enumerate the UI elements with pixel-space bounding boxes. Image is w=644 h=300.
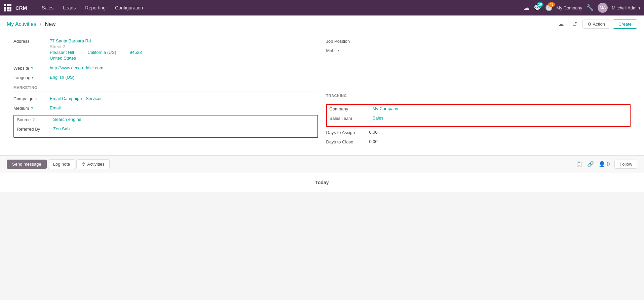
user-name: Mitchell Admin (612, 5, 640, 10)
referred-by-value[interactable]: Zen Sab (53, 126, 70, 131)
mobile-row: Mobile (326, 48, 631, 53)
address-street2[interactable]: Street 2... (50, 44, 142, 49)
address-city[interactable]: Pleasant Hill (50, 50, 74, 55)
today-label: Today (315, 180, 329, 185)
right-column: Job Position Mobile TRACKING Company My … (326, 38, 631, 148)
main-form: Address 77 Santa Barbara Rd Street 2... … (0, 33, 644, 192)
sales-team-label: Sales Team (330, 115, 370, 121)
address-value-block: 77 Santa Barbara Rd Street 2... Pleasant… (50, 38, 142, 61)
log-note-button[interactable]: Log note (48, 159, 75, 169)
followers-count: 0 (607, 161, 610, 167)
medium-field-row: Medium ? Email (13, 105, 318, 111)
website-value[interactable]: http://www.deco-addict.com (50, 65, 103, 70)
sales-team-field-row: Sales Team Sales (330, 115, 628, 121)
language-value[interactable]: English (US) (50, 75, 74, 80)
gear-icon: ⚙ (588, 22, 592, 27)
bottom-bar: Send message Log note ⏱ Activities 📋 🔗 👤… (0, 155, 644, 173)
address-zip[interactable]: 94523 (130, 50, 142, 55)
company-label: Company (330, 106, 370, 111)
address-inline: Pleasant Hill California (US) 94523 (50, 50, 142, 56)
link-icon[interactable]: 🔗 (587, 161, 594, 167)
nav-right-section: ☁ 💬 19 🕐 46 My Company 🔧 MA Mitchell Adm… (524, 3, 640, 13)
breadcrumb-current: New (45, 21, 55, 27)
chat-icon[interactable]: 💬 19 (534, 4, 541, 11)
settings-icon[interactable]: 🔧 (586, 4, 594, 11)
clock-badge: 46 (548, 2, 555, 7)
bottom-icons: 📋 🔗 👤 0 Follow (576, 160, 637, 169)
breadcrumb: My Activities / New (7, 21, 55, 27)
campaign-help[interactable]: ? (35, 97, 37, 101)
form-section: Address 77 Santa Barbara Rd Street 2... … (0, 33, 644, 155)
nav-reporting[interactable]: Reporting (81, 4, 110, 12)
address-label: Address (13, 38, 47, 44)
referred-by-label: Referred By (17, 126, 50, 132)
grid-icon (4, 4, 11, 11)
tracking-header: TRACKING (326, 94, 631, 100)
website-label: Website ? (13, 65, 47, 71)
follow-button[interactable]: Follow (614, 160, 637, 169)
breadcrumb-root[interactable]: My Activities (7, 21, 36, 27)
days-close-row: Days to Close 0.00 (326, 139, 631, 144)
website-help[interactable]: ? (31, 66, 33, 70)
company-name: My Company (557, 5, 582, 10)
days-assign-row: Days to Assign 0.00 (326, 130, 631, 135)
activities-button[interactable]: ⏱ Activities (76, 159, 109, 169)
job-position-label: Job Position (326, 38, 360, 44)
nav-sales[interactable]: Sales (38, 4, 58, 12)
medium-help[interactable]: ? (31, 106, 33, 110)
mobile-label: Mobile (326, 48, 360, 53)
company-field-row: Company My Company (330, 106, 628, 111)
today-section: Today (0, 173, 644, 192)
address-line1[interactable]: 77 Santa Barbara Rd (50, 38, 142, 43)
followers-icon: 👤 0 (599, 161, 610, 167)
app-logo[interactable]: CRM (4, 4, 32, 11)
cloud-save-icon[interactable]: ☁ (555, 19, 567, 29)
address-state[interactable]: California (US) (87, 50, 116, 55)
paperclip-icon[interactable]: 📋 (576, 161, 582, 167)
form-two-col: Address 77 Santa Barbara Rd Street 2... … (13, 38, 631, 148)
marketing-header: MARKETING (13, 86, 318, 92)
days-assign-label: Days to Assign (326, 130, 367, 135)
campaign-label: Campaign ? (13, 96, 47, 101)
medium-label: Medium ? (13, 105, 47, 111)
refresh-icon[interactable]: ↺ (569, 19, 580, 29)
action-button[interactable]: ⚙ Action (582, 20, 610, 29)
job-position-row: Job Position (326, 38, 631, 44)
source-referred-highlight: Source ? Search engine Referred By Zen S… (13, 115, 318, 138)
action-label: Action (593, 22, 605, 27)
company-salesteam-highlight: Company My Company Sales Team Sales (326, 104, 631, 127)
breadcrumb-separator: / (40, 21, 41, 27)
referred-by-field-row: Referred By Zen Sab (17, 126, 315, 132)
avatar[interactable]: MA (598, 3, 608, 13)
days-close-value: 0.00 (369, 139, 378, 144)
nav-configuration[interactable]: Configuration (111, 4, 147, 12)
days-close-label: Days to Close (326, 139, 367, 144)
clock-icon[interactable]: 🕐 46 (545, 4, 553, 11)
source-value[interactable]: Search engine (53, 117, 81, 122)
source-field-row: Source ? Search engine (17, 117, 315, 122)
source-label: Source ? (17, 117, 50, 122)
medium-value[interactable]: Email (50, 105, 61, 110)
source-help[interactable]: ? (33, 118, 35, 122)
sales-team-value[interactable]: Sales (373, 115, 384, 121)
cloud-icon[interactable]: ☁ (524, 4, 530, 11)
clock-small-icon: ⏱ (81, 162, 86, 167)
toolbar: My Activities / New ☁ ↺ ⚙ Action Create (0, 15, 644, 33)
left-column: Address 77 Santa Barbara Rd Street 2... … (13, 38, 318, 148)
company-value[interactable]: My Company (373, 106, 399, 111)
chat-badge: 19 (537, 2, 543, 7)
campaign-field-row: Campaign ? Email Campaign - Services (13, 96, 318, 101)
send-message-button[interactable]: Send message (7, 160, 47, 169)
language-label: Language (13, 75, 47, 80)
days-assign-value: 0.00 (369, 130, 378, 135)
language-field-row: Language English (US) (13, 75, 318, 80)
campaign-value[interactable]: Email Campaign - Services (50, 96, 103, 101)
website-field-row: Website ? http://www.deco-addict.com (13, 65, 318, 71)
create-button[interactable]: Create (613, 20, 637, 29)
address-country[interactable]: United States (50, 56, 142, 61)
top-navigation: CRM Sales Leads Reporting Configuration … (0, 0, 644, 15)
nav-leads[interactable]: Leads (59, 4, 80, 12)
address-field-row: Address 77 Santa Barbara Rd Street 2... … (13, 38, 318, 61)
app-name: CRM (15, 5, 27, 11)
